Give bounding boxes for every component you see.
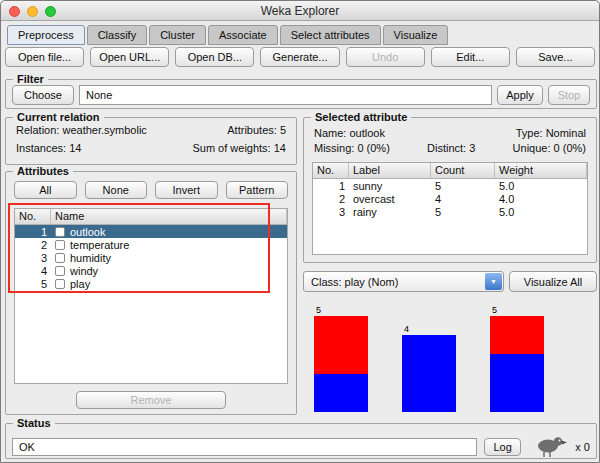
remove-button[interactable]: Remove <box>76 391 226 409</box>
attribute-checkbox[interactable] <box>55 279 65 289</box>
class-dropdown[interactable]: Class: play (Nom) ▼ <box>303 271 504 292</box>
table-row[interactable]: 1 outlook <box>15 225 287 238</box>
tab-select-attributes[interactable]: Select attributes <box>280 25 381 45</box>
current-relation-panel: Current relation Relation: weather.symbo… <box>5 117 297 165</box>
instances-pair: Instances: 14 <box>16 142 81 154</box>
current-relation-title: Current relation <box>13 111 104 123</box>
chevron-down-icon: ▼ <box>485 273 502 290</box>
attributes-table: No. Name 1 outlook 2 temperature 3 humid… <box>14 208 288 384</box>
tab-associate[interactable]: Associate <box>208 25 278 45</box>
histogram-bar: 5 <box>314 316 368 412</box>
histogram-bar: 5 <box>490 316 544 412</box>
histogram-bar: 4 <box>402 335 456 412</box>
log-counter: x 0 <box>575 441 590 453</box>
tab-visualize[interactable]: Visualize <box>383 25 449 45</box>
open-db-button[interactable]: Open DB... <box>175 47 254 67</box>
open-url-button[interactable]: Open URL... <box>90 47 169 67</box>
sum-of-weights-pair: Sum of weights: 14 <box>192 142 286 154</box>
bar-segment-yes <box>402 335 456 412</box>
bar-segment-yes <box>490 354 544 412</box>
unique-pair: Unique: 0 (0%) <box>513 142 586 154</box>
title-bar: Weka Explorer <box>1 1 599 21</box>
save-button[interactable]: Save... <box>516 47 595 67</box>
table-row: 3 rainy 5 5.0 <box>313 205 587 218</box>
none-button[interactable]: None <box>85 181 148 199</box>
attributes-count-pair: Attributes: 5 <box>227 124 286 136</box>
attribute-checkbox[interactable] <box>55 240 65 250</box>
visualize-all-button[interactable]: Visualize All <box>509 271 597 292</box>
log-button[interactable]: Log <box>484 438 521 456</box>
generate-button[interactable]: Generate... <box>260 47 339 67</box>
filter-field[interactable]: None <box>79 85 492 105</box>
tab-preprocess[interactable]: Preprocess <box>7 25 85 45</box>
bar-segment-no <box>490 316 544 354</box>
pattern-button[interactable]: Pattern <box>226 181 289 199</box>
bar-count-label: 5 <box>492 305 497 315</box>
attribute-checkbox[interactable] <box>55 227 65 237</box>
table-row: 1 sunny 5 5.0 <box>313 179 587 192</box>
filter-panel: Filter Choose None Apply Stop <box>5 79 597 109</box>
attributes-panel: Attributes All None Invert Pattern No. N… <box>5 171 297 415</box>
attributes-title: Attributes <box>13 165 73 177</box>
distinct-pair: Distinct: 3 <box>427 142 475 154</box>
window-title: Weka Explorer <box>1 1 599 21</box>
apply-button[interactable]: Apply <box>497 85 543 105</box>
attributes-table-header: No. Name <box>15 209 287 225</box>
bar-segment-no <box>314 316 368 374</box>
toolbar: Open file... Open URL... Open DB... Gene… <box>5 47 595 67</box>
choose-button[interactable]: Choose <box>12 85 74 105</box>
selected-attribute-title: Selected attribute <box>311 111 411 123</box>
values-table-header: No. Label Count Weight <box>313 163 587 179</box>
status-title: Status <box>13 417 55 429</box>
tab-cluster[interactable]: Cluster <box>149 25 206 45</box>
stop-button[interactable]: Stop <box>548 85 590 105</box>
missing-pair: Missing: 0 (0%) <box>314 142 390 154</box>
edit-button[interactable]: Edit... <box>431 47 510 67</box>
status-panel: Status OK Log x 0 <box>5 423 597 459</box>
table-row[interactable]: 4 windy <box>15 264 287 277</box>
table-row[interactable]: 2 temperature <box>15 238 287 251</box>
open-file-button[interactable]: Open file... <box>5 47 84 67</box>
bar-segment-yes <box>314 374 368 412</box>
attribute-checkbox[interactable] <box>55 253 65 263</box>
class-distribution-histogram: 5 4 5 <box>303 301 597 415</box>
table-row: 2 overcast 4 4.0 <box>313 192 587 205</box>
all-button[interactable]: All <box>14 181 77 199</box>
tab-classify[interactable]: Classify <box>87 25 148 45</box>
bar-count-label: 5 <box>316 305 321 315</box>
status-message: OK <box>12 438 477 456</box>
filter-title: Filter <box>13 73 48 85</box>
undo-button[interactable]: Undo <box>346 47 425 67</box>
selected-attribute-panel: Selected attribute Name: outlook Type: N… <box>303 117 597 263</box>
invert-button[interactable]: Invert <box>155 181 218 199</box>
table-row[interactable]: 5 play <box>15 277 287 290</box>
weka-bird-icon <box>534 435 568 459</box>
relation-pair: Relation: weather.symbolic <box>16 124 147 136</box>
table-row[interactable]: 3 humidity <box>15 251 287 264</box>
bar-count-label: 4 <box>404 324 409 334</box>
attribute-name-pair: Name: outlook <box>314 127 385 139</box>
attribute-type-pair: Type: Nominal <box>516 127 586 139</box>
attribute-checkbox[interactable] <box>55 266 65 276</box>
tab-bar: Preprocess Classify Cluster Associate Se… <box>7 25 448 45</box>
attribute-values-table: No. Label Count Weight 1 sunny 5 5.0 2 o… <box>312 162 588 255</box>
